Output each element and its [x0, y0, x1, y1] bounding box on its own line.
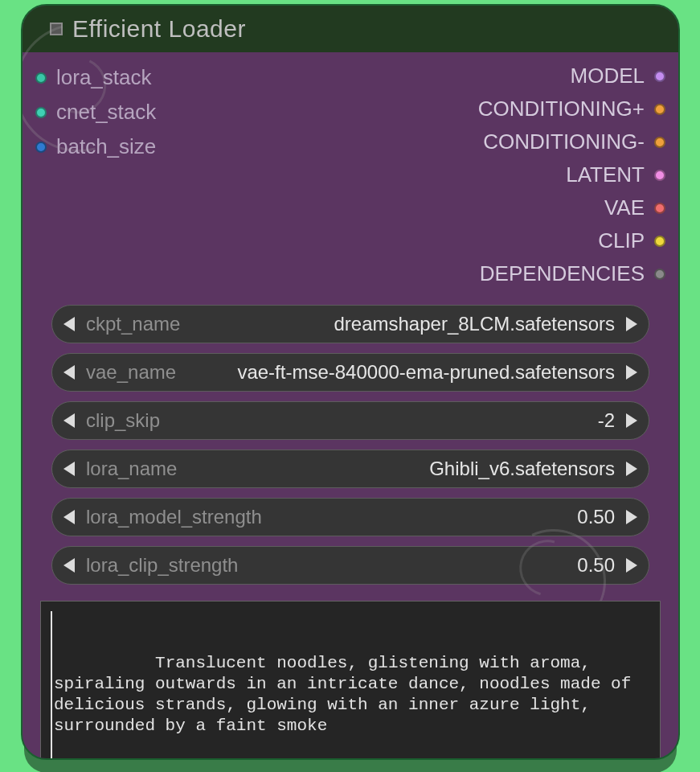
- widget-value[interactable]: Ghibli_v6.safetensors: [188, 458, 615, 480]
- widget-label: lora_model_strength: [86, 506, 262, 528]
- collapse-toggle-icon[interactable]: [50, 23, 63, 35]
- output-label: CONDITIONING-: [483, 129, 645, 154]
- widget-label: vae_name: [86, 361, 176, 384]
- port-dot-icon[interactable]: [35, 72, 47, 84]
- port-dot-icon[interactable]: [35, 107, 47, 118]
- chevron-left-icon[interactable]: [63, 317, 75, 331]
- widget-value[interactable]: 0.50: [249, 554, 615, 577]
- widget-label: lora_clip_strength: [86, 554, 238, 577]
- output-port-latent[interactable]: LATENT: [566, 162, 665, 187]
- widget-ckpt-name[interactable]: ckpt_name dreamshaper_8LCM.safetensors: [51, 305, 649, 343]
- output-label: DEPENDENCIES: [480, 261, 645, 286]
- chevron-right-icon[interactable]: [626, 365, 637, 380]
- port-dot-icon[interactable]: [654, 170, 665, 181]
- port-dot-icon[interactable]: [654, 104, 665, 115]
- widget-vae-name[interactable]: vae_name vae-ft-mse-840000-ema-pruned.sa…: [51, 353, 649, 392]
- widget-value[interactable]: 0.50: [273, 506, 615, 528]
- output-port-clip[interactable]: CLIP: [598, 228, 665, 253]
- output-port-conditioning-minus[interactable]: CONDITIONING-: [483, 129, 665, 154]
- inputs-column: lora_stack cnet_stack batch_size: [35, 65, 156, 159]
- text-cursor-icon: [51, 611, 52, 760]
- chevron-left-icon[interactable]: [63, 510, 75, 524]
- prompt-textarea[interactable]: Translucent noodles, glistening with aro…: [40, 601, 661, 760]
- output-port-conditioning-plus[interactable]: CONDITIONING+: [478, 96, 665, 121]
- port-dot-icon[interactable]: [654, 236, 665, 247]
- output-port-vae[interactable]: VAE: [604, 195, 665, 220]
- widget-lora-model-strength[interactable]: lora_model_strength 0.50: [51, 498, 649, 536]
- output-label: CLIP: [598, 228, 645, 253]
- input-label: batch_size: [56, 134, 156, 159]
- node-title: Efficient Loader: [72, 15, 246, 43]
- port-dot-icon[interactable]: [654, 203, 665, 214]
- output-label: VAE: [604, 195, 645, 220]
- chevron-left-icon[interactable]: [63, 558, 75, 573]
- chevron-left-icon[interactable]: [63, 413, 75, 428]
- chevron-right-icon[interactable]: [626, 317, 637, 331]
- widget-label: ckpt_name: [86, 313, 180, 335]
- chevron-right-icon[interactable]: [626, 510, 637, 524]
- output-label: LATENT: [566, 162, 645, 187]
- widget-value[interactable]: vae-ft-mse-840000-ema-pruned.safetensors: [187, 361, 615, 384]
- output-label: CONDITIONING+: [478, 96, 645, 121]
- input-port-cnet-stack[interactable]: cnet_stack: [35, 100, 156, 125]
- output-port-dependencies[interactable]: DEPENDENCIES: [480, 261, 665, 286]
- chevron-right-icon[interactable]: [626, 413, 637, 428]
- efficient-loader-node[interactable]: Efficient Loader lora_stack cnet_stack: [21, 4, 680, 760]
- chevron-right-icon[interactable]: [626, 558, 637, 573]
- port-dot-icon[interactable]: [35, 142, 47, 153]
- input-label: cnet_stack: [56, 100, 156, 125]
- widget-value[interactable]: dreamshaper_8LCM.safetensors: [191, 313, 615, 335]
- widget-lora-name[interactable]: lora_name Ghibli_v6.safetensors: [51, 450, 649, 488]
- widget-label: clip_skip: [86, 409, 160, 432]
- outputs-column: MODEL CONDITIONING+ CONDITIONING- LATENT: [478, 64, 665, 286]
- port-dot-icon[interactable]: [654, 71, 665, 82]
- prompt-text: Translucent noodles, glistening with aro…: [54, 654, 641, 735]
- output-port-model[interactable]: MODEL: [571, 64, 665, 88]
- input-port-lora-stack[interactable]: lora_stack: [35, 65, 156, 90]
- input-port-batch-size[interactable]: batch_size: [35, 134, 156, 159]
- output-label: MODEL: [571, 64, 645, 88]
- port-dot-icon[interactable]: [654, 269, 665, 280]
- chevron-right-icon[interactable]: [626, 462, 637, 476]
- chevron-left-icon[interactable]: [63, 365, 75, 380]
- widget-clip-skip[interactable]: clip_skip -2: [51, 401, 649, 440]
- widget-lora-clip-strength[interactable]: lora_clip_strength 0.50: [51, 546, 649, 585]
- input-label: lora_stack: [56, 65, 152, 90]
- chevron-left-icon[interactable]: [63, 462, 75, 476]
- widget-label: lora_name: [86, 458, 177, 480]
- widget-value[interactable]: -2: [171, 409, 615, 432]
- node-titlebar[interactable]: Efficient Loader: [23, 6, 678, 52]
- port-dot-icon[interactable]: [654, 137, 665, 148]
- widgets-column: ckpt_name dreamshaper_8LCM.safetensors v…: [23, 302, 678, 585]
